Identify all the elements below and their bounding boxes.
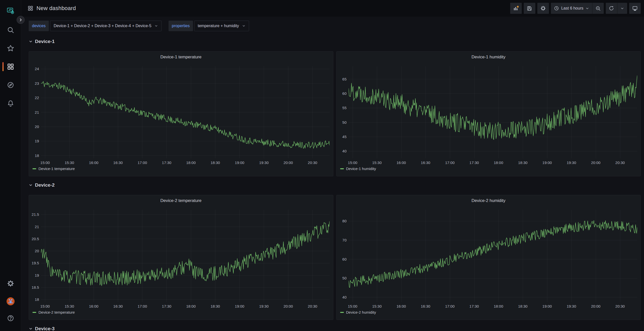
x-axis-tick-label: 16:30	[111, 160, 125, 165]
clock-icon	[554, 6, 559, 11]
variable-label[interactable]: devices	[29, 21, 49, 31]
x-axis-tick-label: 17:00	[135, 304, 149, 308]
timeseries-panel: Device-2 temperature Device-2 temperatur…	[29, 195, 333, 320]
x-axis-tick-label: 17:00	[443, 304, 457, 308]
time-series-plot[interactable]	[349, 66, 637, 158]
save-dashboard-button[interactable]	[524, 3, 535, 14]
legend-item[interactable]: Device-1 temperature	[32, 167, 75, 171]
expand-nav-button[interactable]	[17, 16, 25, 24]
row-title: Device-3	[35, 326, 55, 331]
x-axis-tick-label: 15:00	[38, 304, 52, 308]
x-axis-tick-label: 20:00	[281, 304, 295, 308]
starred-icon[interactable]	[5, 42, 17, 54]
x-axis-tick-label: 16:00	[394, 304, 408, 308]
x-axis-tick-label: 19:00	[540, 304, 554, 308]
x-axis-tick-label: 18:00	[492, 160, 506, 165]
dashboard-row-header[interactable]: Device-1	[29, 38, 641, 45]
x-axis-tick-label: 18:30	[516, 160, 530, 165]
x-axis-tick-label: 15:00	[38, 160, 52, 165]
kiosk-mode-button[interactable]	[629, 3, 641, 14]
chevron-down-icon	[585, 7, 589, 10]
dashboard-settings-button[interactable]	[537, 3, 549, 14]
panel-title[interactable]: Device-2 temperature	[29, 198, 333, 203]
time-series-plot[interactable]	[41, 210, 330, 302]
y-axis-tick-label: 70	[337, 238, 347, 242]
variable-label[interactable]: properties	[169, 21, 193, 31]
x-axis-tick-label: 20:00	[589, 160, 603, 165]
x-axis-tick-label: 18:30	[208, 304, 222, 308]
y-axis-tick-label: 19	[29, 139, 39, 143]
x-axis-tick-label: 15:30	[370, 304, 384, 308]
user-avatar[interactable]	[5, 295, 17, 307]
timeseries-panel: Device-1 temperature Device-1 temperatur…	[29, 51, 333, 176]
help-icon[interactable]	[5, 312, 17, 324]
variables-bar: devices Device-1 + Device-2 + Device-3 +…	[21, 17, 644, 35]
panel-title[interactable]: Device-1 temperature	[29, 55, 333, 60]
time-range-picker[interactable]: Last 6 hours	[551, 3, 592, 14]
y-axis-tick-label: 40	[337, 149, 347, 153]
x-axis-tick-label: 16:00	[87, 160, 101, 165]
x-axis-tick-label: 17:30	[467, 160, 481, 165]
y-axis-tick-label: 19	[29, 273, 39, 277]
refresh-button[interactable]	[606, 3, 617, 14]
legend-swatch	[340, 312, 344, 313]
x-axis-tick-label: 18:00	[184, 160, 198, 165]
y-axis-tick-label: 19.5	[29, 261, 39, 265]
y-axis-tick-label: 40	[337, 295, 347, 299]
chevron-down-icon	[242, 24, 246, 28]
explore-compass-icon[interactable]	[5, 79, 17, 91]
x-axis-tick-label: 15:00	[346, 160, 360, 165]
x-axis-tick-label: 20:30	[305, 160, 319, 165]
x-axis-tick-label: 19:00	[232, 304, 247, 308]
x-axis-tick-label: 20:00	[281, 160, 295, 165]
y-axis-tick-label: 60	[337, 91, 347, 96]
y-axis-tick-label: 18	[29, 297, 39, 302]
top-header: New dashboard	[21, 0, 644, 17]
chevron-down-icon	[154, 24, 158, 28]
add-panel-button[interactable]	[510, 3, 522, 14]
time-series-plot[interactable]	[349, 210, 637, 302]
x-axis-tick-label: 17:00	[443, 160, 457, 165]
x-axis-tick-label: 20:00	[589, 304, 603, 308]
x-axis-tick-label: 16:00	[394, 160, 408, 165]
grafana-app: New dashboard	[0, 0, 644, 331]
legend-swatch	[32, 168, 36, 169]
panel-row: Device-1 temperature Device-1 temperatur…	[29, 51, 641, 176]
x-axis-tick-label: 16:30	[111, 304, 125, 308]
chevron-down-icon	[29, 39, 33, 44]
legend-item[interactable]: Device-1 humidity	[340, 167, 376, 171]
x-axis-tick-label: 18:00	[492, 304, 506, 308]
series-line	[41, 221, 330, 286]
panel-title[interactable]: Device-2 humidity	[337, 198, 641, 203]
x-axis-tick-label: 20:30	[613, 160, 627, 165]
legend-item[interactable]: Device-2 temperature	[32, 310, 75, 314]
x-axis-tick-label: 20:30	[305, 304, 319, 308]
dashboard-row-header[interactable]: Device-3	[29, 325, 641, 331]
alerting-bell-icon[interactable]	[5, 97, 17, 109]
page-title[interactable]: New dashboard	[36, 5, 76, 12]
settings-gear-icon[interactable]	[5, 277, 17, 289]
time-series-plot[interactable]	[41, 66, 330, 158]
refresh-group	[606, 3, 627, 14]
time-range-label: Last 6 hours	[561, 6, 583, 11]
x-axis-tick-label: 16:30	[419, 160, 433, 165]
dashboard-row-header[interactable]: Device-2	[29, 182, 641, 188]
sidebar	[0, 0, 21, 331]
y-axis-tick-label: 20.5	[29, 237, 39, 241]
grafana-logo-icon[interactable]	[5, 5, 17, 17]
row-title: Device-2	[35, 182, 55, 188]
zoom-out-button[interactable]	[592, 3, 604, 14]
legend-label: Device-2 humidity	[346, 310, 376, 314]
x-axis-tick-label: 19:30	[565, 160, 579, 165]
variable-value-dropdown[interactable]: Device-1 + Device-2 + Device-3 + Device-…	[50, 21, 162, 31]
panel-title[interactable]: Device-1 humidity	[337, 55, 641, 60]
active-nav-indicator	[3, 62, 4, 71]
search-icon[interactable]	[5, 24, 17, 36]
variable-value-dropdown[interactable]: temperature + humidity	[194, 21, 249, 31]
refresh-interval-caret[interactable]	[617, 3, 627, 14]
y-axis-tick-label: 18.5	[29, 285, 39, 289]
legend-item[interactable]: Device-2 humidity	[340, 310, 376, 314]
dashboards-icon[interactable]	[5, 61, 17, 73]
x-axis-tick-label: 16:00	[87, 304, 101, 308]
variable-control: properties temperature + humidity	[169, 21, 249, 31]
